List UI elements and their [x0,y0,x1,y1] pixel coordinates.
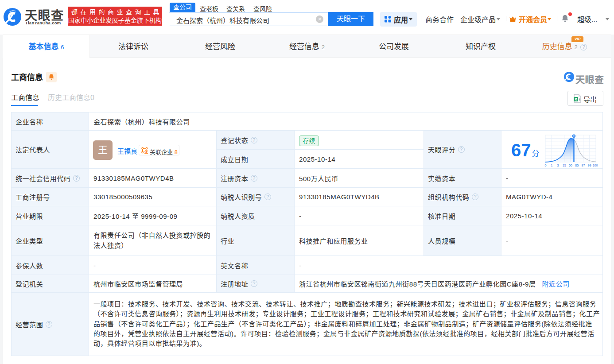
svg-text:50: 50 [569,164,572,167]
svg-text:企: 企 [144,149,148,154]
svg-text:0: 0 [545,164,547,167]
svg-text:99: 99 [588,164,591,167]
svg-text:85: 85 [575,164,579,167]
svg-text:100: 100 [593,164,598,167]
svg-text:97: 97 [582,164,585,167]
svg-text:3: 3 [557,164,559,167]
svg-text:1: 1 [551,164,553,167]
svg-text:15: 15 [563,164,566,167]
